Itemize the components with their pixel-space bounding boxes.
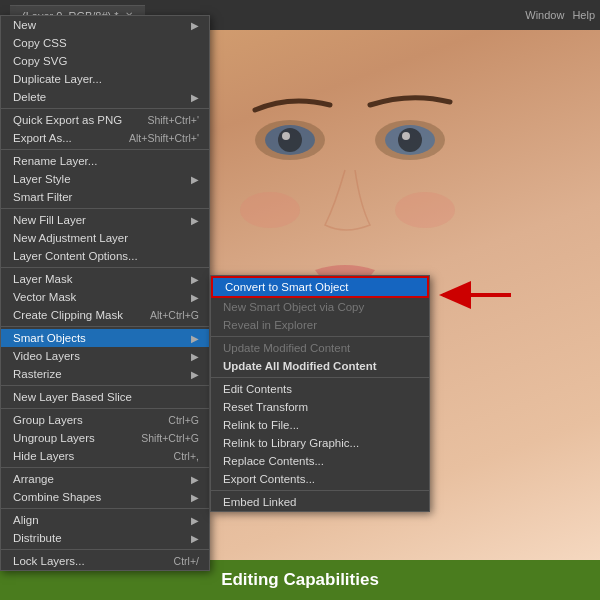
submenu-item-update-all-modified[interactable]: Update All Modified Content (211, 357, 429, 375)
separator-5 (1, 326, 209, 327)
menu-item-smart-filter[interactable]: Smart Filter (1, 188, 209, 206)
separator-6 (1, 385, 209, 386)
separator-8 (1, 467, 209, 468)
menu-help[interactable]: Help (572, 9, 595, 21)
submenu-item-new-smart-object-copy: New Smart Object via Copy (211, 298, 429, 316)
menu-item-new-layer-based-slice[interactable]: New Layer Based Slice (1, 388, 209, 406)
menu-item-layer-mask[interactable]: Layer Mask ▶ (1, 270, 209, 288)
separator-10 (1, 549, 209, 550)
menu-item-layer-style[interactable]: Layer Style ▶ (1, 170, 209, 188)
submenu-item-relink-file[interactable]: Relink to File... (211, 416, 429, 434)
arrow-icon: ▶ (191, 369, 199, 380)
menu-item-layer-content-options[interactable]: Layer Content Options... (1, 247, 209, 265)
arrow-icon: ▶ (191, 274, 199, 285)
menu-item-ungroup-layers[interactable]: Ungroup Layers Shift+Ctrl+G (1, 429, 209, 447)
menu-item-smart-objects[interactable]: Smart Objects ▶ (1, 329, 209, 347)
menu-item-duplicate-layer[interactable]: Duplicate Layer... (1, 70, 209, 88)
arrow-icon: ▶ (191, 20, 199, 31)
menu-item-group-layers[interactable]: Group Layers Ctrl+G (1, 411, 209, 429)
submenu-item-replace-contents[interactable]: Replace Contents... (211, 452, 429, 470)
separator-9 (1, 508, 209, 509)
submenu-separator-1 (211, 336, 429, 337)
arrow-icon: ▶ (191, 351, 199, 362)
menu-item-arrange[interactable]: Arrange ▶ (1, 470, 209, 488)
submenu-separator-2 (211, 377, 429, 378)
svg-point-2 (278, 128, 302, 152)
submenu-separator-3 (211, 490, 429, 491)
submenu-item-reset-transform[interactable]: Reset Transform (211, 398, 429, 416)
submenu-item-convert-smart-object[interactable]: Convert to Smart Object (211, 276, 429, 298)
separator-2 (1, 149, 209, 150)
separator-7 (1, 408, 209, 409)
menu-item-video-layers[interactable]: Video Layers ▶ (1, 347, 209, 365)
menu-item-copy-css[interactable]: Copy CSS (1, 34, 209, 52)
arrow-icon: ▶ (191, 292, 199, 303)
menu-item-hide-layers[interactable]: Hide Layers Ctrl+, (1, 447, 209, 465)
submenu-item-relink-library[interactable]: Relink to Library Graphic... (211, 434, 429, 452)
svg-point-3 (282, 132, 290, 140)
menu-item-copy-svg[interactable]: Copy SVG (1, 52, 209, 70)
menu-item-quick-export[interactable]: Quick Export as PNG Shift+Ctrl+' (1, 111, 209, 129)
menu-item-distribute[interactable]: Distribute ▶ (1, 529, 209, 547)
smart-objects-submenu: Convert to Smart Object New Smart Object… (210, 275, 430, 512)
arrow-icon: ▶ (191, 92, 199, 103)
caption-text: Editing Capabilities (221, 570, 379, 590)
menu-item-rasterize[interactable]: Rasterize ▶ (1, 365, 209, 383)
menu-item-clipping-mask[interactable]: Create Clipping Mask Alt+Ctrl+G (1, 306, 209, 324)
menu-window[interactable]: Window (525, 9, 564, 21)
menu-item-delete[interactable]: Delete ▶ (1, 88, 209, 106)
menu-item-rename-layer[interactable]: Rename Layer... (1, 152, 209, 170)
red-arrow-indicator (433, 281, 513, 312)
menu-item-combine-shapes[interactable]: Combine Shapes ▶ (1, 488, 209, 506)
svg-point-7 (402, 132, 410, 140)
submenu-item-export-contents[interactable]: Export Contents... (211, 470, 429, 488)
menu-item-export-as[interactable]: Export As... Alt+Shift+Ctrl+' (1, 129, 209, 147)
separator-1 (1, 108, 209, 109)
arrow-icon: ▶ (191, 215, 199, 226)
arrow-icon: ▶ (191, 333, 199, 344)
submenu-item-edit-contents[interactable]: Edit Contents (211, 380, 429, 398)
arrow-icon: ▶ (191, 174, 199, 185)
submenu-item-update-modified: Update Modified Content (211, 339, 429, 357)
main-container: (Layer 0, RGB/8#) * ✕ Window Help New ▶ … (0, 0, 600, 600)
menu-item-new-adjustment[interactable]: New Adjustment Layer (1, 229, 209, 247)
svg-point-8 (240, 192, 300, 228)
menu-item-new-fill-layer[interactable]: New Fill Layer ▶ (1, 211, 209, 229)
menu-item-align[interactable]: Align ▶ (1, 511, 209, 529)
arrow-icon: ▶ (191, 474, 199, 485)
menu-item-new[interactable]: New ▶ (1, 16, 209, 34)
svg-point-6 (398, 128, 422, 152)
arrow-icon: ▶ (191, 492, 199, 503)
separator-3 (1, 208, 209, 209)
arrow-icon: ▶ (191, 515, 199, 526)
svg-point-9 (395, 192, 455, 228)
arrow-icon: ▶ (191, 533, 199, 544)
context-menu: New ▶ Copy CSS Copy SVG Duplicate Layer.… (0, 15, 210, 571)
submenu-item-reveal-explorer: Reveal in Explorer (211, 316, 429, 334)
submenu-item-embed-linked[interactable]: Embed Linked (211, 493, 429, 511)
menu-item-lock-layers[interactable]: Lock Layers... Ctrl+/ (1, 552, 209, 570)
separator-4 (1, 267, 209, 268)
menu-item-vector-mask[interactable]: Vector Mask ▶ (1, 288, 209, 306)
